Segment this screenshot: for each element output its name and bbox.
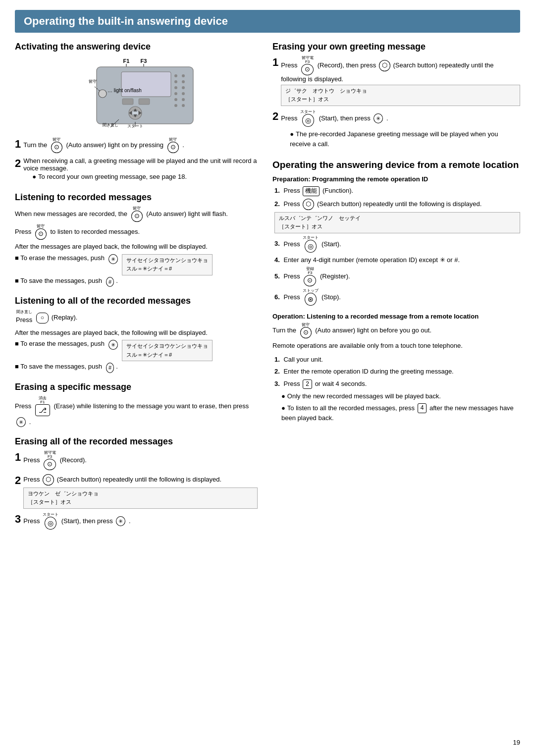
prep-stop-label: ストップ xyxy=(303,289,319,293)
erase-all-f3-label: 留守電F3 xyxy=(44,451,56,459)
section-erase-specific: Erasing a specific message Press 消去F1 ⎇ … xyxy=(15,382,258,428)
prep-title: Preparation: Programming the remote oper… xyxy=(272,175,520,183)
op-text-2: Enter the remote operation ID during the… xyxy=(283,368,453,375)
op-action-3: or wait 4 seconds. xyxy=(315,380,367,387)
op-num-1: 1. xyxy=(274,356,280,363)
svg-point-15 xyxy=(182,98,185,101)
erase-prefix: ■ To erase the messages, push xyxy=(15,254,105,262)
replay-icon: ○ xyxy=(36,313,49,324)
page-number: 19 xyxy=(513,739,520,746)
prep-action-6: (Stop). xyxy=(321,293,341,301)
autoans-label2: 留守 xyxy=(169,138,177,142)
eg-step2-action: (Start), then press xyxy=(319,114,371,122)
replay-action: (Replay). xyxy=(52,314,78,321)
erase-all-start-wrap: スタート ◎ xyxy=(43,513,58,530)
section-remote: Operating the answering device from a re… xyxy=(272,160,520,423)
erase-all-step3-action: (Start), then press xyxy=(61,517,113,525)
erase-all-step1-text: Press xyxy=(23,456,40,464)
eg-step1-action: (Record), then press xyxy=(318,61,376,69)
eg-f3-wrap: 留守電F3 ⊙ xyxy=(300,56,315,75)
eg-search-icon: ⬡ xyxy=(379,60,390,71)
eg-start-label: スタート xyxy=(300,110,316,114)
step-num-1: 1 xyxy=(15,138,21,151)
activating-step1: 1 Turn the 留守 ⊙ (Auto answer) light on b… xyxy=(15,138,258,153)
listening-after: After the messages are played back, the … xyxy=(15,242,258,252)
erase-all-step2: 2 Press ⬡ (Search button) repeatedly unt… xyxy=(15,474,258,509)
erase-all-title: Erasing all of the recorded messages xyxy=(15,436,258,447)
replay-label-wrap: 聞き直し Press xyxy=(16,310,32,325)
section-erase-greeting: Erasing your own greeting message 1 Pres… xyxy=(272,42,520,151)
section-activating: Activating the answering device F1 F3 xyxy=(15,42,258,183)
prep-item-5: 5. Press 登録F3 ⊙ (Register). xyxy=(274,267,520,286)
autoans-icon: ⊙ xyxy=(51,142,62,153)
erase-greeting-step1: 1 Press 留守電F3 ⊙ (Record), then press ⬡ (… xyxy=(272,56,520,106)
svg-text:F1: F1 xyxy=(123,58,130,64)
device-diagram: F1 F3 xyxy=(15,56,258,133)
erase-all-step2-content: Press ⬡ (Search button) repeatedly until… xyxy=(23,474,258,509)
prep-text-6: Press xyxy=(283,293,300,301)
erase-greeting-title: Erasing your own greeting message xyxy=(272,42,520,52)
erase-all-start-label: スタート xyxy=(43,513,58,517)
erase-line: ■ To erase the messages, push ✳ サイセイシタヨウ… xyxy=(15,254,258,275)
svg-point-16 xyxy=(174,104,177,107)
save-icon: # xyxy=(106,277,114,287)
svg-point-6 xyxy=(174,74,177,77)
eg-step1-content: Press 留守電F3 ⊙ (Record), then press ⬡ (Se… xyxy=(281,56,520,106)
op-autoans-icon: ⊙ xyxy=(300,327,312,338)
op-key4-icon: 4 xyxy=(418,403,427,413)
prep-stop-wrap: ストップ ⊛ xyxy=(303,289,319,306)
erase-all-step2-num: 2 xyxy=(15,474,21,487)
op-num-2: 2. xyxy=(274,368,280,375)
step1-end: . xyxy=(182,141,184,149)
prep-f3-reg-label: 登録F3 xyxy=(306,267,314,275)
eg-step1-text: Press xyxy=(281,61,297,69)
page: Operating the built-in answering device … xyxy=(0,0,535,756)
prep-num-5: 5. xyxy=(274,272,280,280)
activating-title: Activating the answering device xyxy=(15,42,258,52)
svg-point-17 xyxy=(182,104,185,107)
op-note: Remote operations are available only fro… xyxy=(272,341,520,351)
press-icon: ⊙ xyxy=(35,228,47,240)
op-list: 1. Call your unit. 2. Enter the remote o… xyxy=(274,355,520,389)
listening-press: Press 留守 ⊙ to listen to recorded message… xyxy=(15,224,258,240)
section-listening-all: Listening to all of the recorded message… xyxy=(15,296,258,373)
erase-all-step3-end: . xyxy=(129,517,131,525)
svg-rect-18 xyxy=(122,99,133,105)
eg-step2-content: Press スタート ◎ (Start), then press ✳ . The… xyxy=(281,110,520,151)
op-item-2: 2. Enter the remote operation ID during … xyxy=(274,367,520,377)
erase-all-step3: 3 Press スタート ◎ (Start), then press ✳ . xyxy=(15,513,258,530)
autoans-icon2: ⊙ xyxy=(167,142,179,153)
search-btn-icon: ⬡ xyxy=(43,474,54,486)
prep-stop-icon: ⊛ xyxy=(305,293,317,306)
erase-label-top: 消去F1 xyxy=(39,396,47,404)
save-prefix2: ■ To save the messages, push xyxy=(15,363,102,370)
press-text: Press xyxy=(15,228,31,235)
erase-all-step3-text: Press xyxy=(23,517,40,525)
prep-text-5: Press xyxy=(283,272,300,280)
erase-f1-icon: ⎇ xyxy=(35,404,50,416)
prep-item-1: 1. Press 機能 (Function). xyxy=(274,186,520,196)
erase-all-step1-content: Press 留守電F3 ⊙ (Record). xyxy=(23,451,258,470)
op-intro2-text: (Auto answer) light on before you go out… xyxy=(315,326,431,334)
erase-all-step2-text: Press xyxy=(23,476,40,483)
prep-text-2: Press xyxy=(283,200,300,208)
eg-f3-icon: ⊙ xyxy=(301,64,314,75)
prep-num-2: 2. xyxy=(274,200,280,208)
activating-step2: 2 When receiving a call, a greeting mess… xyxy=(15,157,258,184)
listening-all-push-list: ■ To erase the messages, push ✳ サイセイシタヨウ… xyxy=(15,340,258,373)
save-line: ■ To save the messages, push # . xyxy=(15,277,258,287)
op-bullet-2: To listen to all the recorded messages, … xyxy=(281,403,520,423)
prep-num-6: 6. xyxy=(274,293,280,301)
eg-step2-end: . xyxy=(386,114,388,122)
listening-intro: When new messages are recorded, the 留守 ⊙… xyxy=(15,207,258,222)
svg-point-13 xyxy=(182,92,185,95)
listening-intro2: (Auto answer) light will flash. xyxy=(146,210,228,217)
search-icon-2: ⬡ xyxy=(303,199,314,210)
jp-box-erase-all: ヨウケン ゼ゛ンショウキョ［スタート］オス xyxy=(23,487,258,509)
eg-star-icon: ✳ xyxy=(374,113,383,123)
save-end2: . xyxy=(116,363,118,370)
op-intro-text: Turn the xyxy=(272,326,296,334)
jp-box-prep: ルスバ゛ンテ゛ンワノ セッテイ［スタート］オス xyxy=(274,212,520,233)
erase-all-step1-action: (Record). xyxy=(60,456,87,464)
erase-line2: ■ To erase the messages, push ✳ サイセイシタヨウ… xyxy=(15,340,258,361)
